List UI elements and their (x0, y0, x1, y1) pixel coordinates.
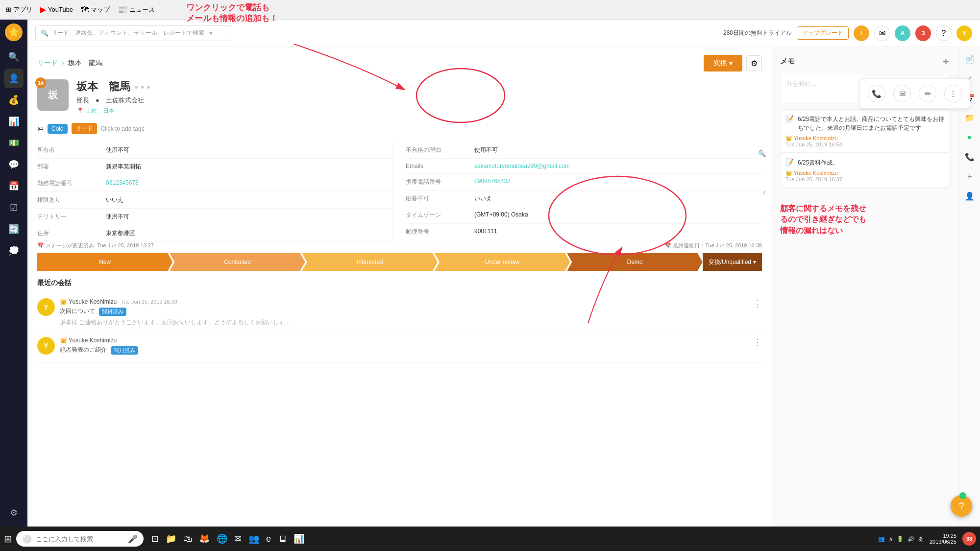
sidebar-item-money[interactable]: 💵 (4, 133, 24, 153)
field-value[interactable]: 09098765432 (474, 178, 762, 186)
search-fields-icon[interactable]: 🔍 (758, 150, 766, 157)
stage-item-contacted[interactable]: Contacted (170, 253, 305, 271)
annotation2-line1: 顧客に関するメモを残せ (780, 203, 951, 214)
stage-item-demo[interactable]: Demo (567, 253, 702, 271)
info-row: 勤務電話番号0312345678 (37, 175, 393, 192)
main-content: リード › 坂本 龍馬 変換 ▾ ⚙ 📞 ✉ (27, 47, 772, 527)
news-button[interactable]: 📰 ニュース (118, 5, 155, 14)
youtube-button[interactable]: ▶ YouTube (40, 5, 73, 14)
profile-avatar: 14 坂 (37, 79, 69, 111)
sidebar-item-contacts[interactable]: 👤 (4, 69, 24, 88)
explorer-icon[interactable]: 📁 (164, 531, 178, 546)
tag-cold[interactable]: Cold (48, 124, 68, 134)
profile-location: 📍 土佐、日本 (76, 107, 762, 115)
ie-icon[interactable]: 🖥 (276, 532, 289, 546)
conversation-list: Y 👑 Yusuke Koshimizu Tue Jun 25, 2019 16… (37, 293, 762, 362)
user-avatar-a[interactable]: A (895, 25, 910, 41)
memo-add-button[interactable]: ＋ (941, 55, 951, 68)
breadcrumb-lead[interactable]: リード (37, 59, 58, 68)
stage-item-new[interactable]: New (37, 253, 172, 271)
firefox-icon[interactable]: 🦊 (197, 531, 212, 546)
sidebar-item-chat[interactable]: 💭 (4, 241, 24, 261)
breadcrumb-current: 坂本 龍馬 (68, 59, 102, 68)
taskview-icon[interactable]: ⊡ (149, 531, 161, 546)
rs-icon-phone[interactable]: 📞 (962, 149, 978, 165)
crm-header: 🔍 リード、連絡先、アカウント、ディール、レポートで検索 ▾ 280日間の無料ト… (27, 20, 980, 47)
conversation-content: 👑 Yusuke Koshimizu 記者発表のご紹介 関封済み (60, 337, 748, 357)
apps-button[interactable]: ⊞ アプリ (6, 5, 32, 14)
profile-settings-button[interactable]: ⚙ (746, 55, 762, 71)
memo-author: 👑 Yusuke Koshimizu (785, 135, 945, 142)
store-icon[interactable]: 🛍 (181, 532, 194, 546)
windows-search-bar[interactable]: ⚪ 🎤 (16, 531, 144, 547)
maps-button[interactable]: 🗺 マップ (81, 5, 110, 14)
sidebar-item-tasks[interactable]: ☑ (4, 198, 24, 217)
maps-icon: 🗺 (81, 5, 89, 14)
stage-item-label: New (99, 259, 111, 265)
sidebar-item-calendar[interactable]: 📅 (4, 176, 24, 196)
sidebar-item-messages[interactable]: 💬 (4, 155, 24, 174)
sidebar-item-search[interactable]: 🔍 (4, 47, 24, 67)
volume-icon[interactable]: 🔊 (907, 536, 914, 542)
conversations-section: 最近の会話 Y 👑 Yusuke Koshimizu Tue Jun 25, 2… (37, 279, 762, 362)
sidebar-logo[interactable]: ⭐ (5, 24, 23, 41)
notification-count[interactable]: 38 (962, 532, 976, 546)
collapse-panel-button[interactable]: ‹ (763, 187, 766, 197)
add-button[interactable]: ＋ (854, 25, 869, 41)
teams-icon[interactable]: 👥 (246, 531, 261, 546)
annotation2-line2: るので引き継ぎなどでも (780, 214, 951, 225)
windows-search-input[interactable] (36, 535, 124, 543)
memo-item-header: 📝 6/25電話で本人とお話。商品についてとても興味をお持ちでした。来週の月曜日… (785, 115, 945, 132)
powerpoint-icon[interactable]: 📊 (292, 531, 306, 546)
conversation-subject: 次回について (60, 307, 95, 315)
sidebar-item-deals[interactable]: 💰 (4, 90, 24, 110)
arrow-icon[interactable]: ∧ (889, 536, 893, 542)
field-label: 勤務電話番号 (37, 179, 106, 188)
stage-item-under-review[interactable]: Under review (435, 253, 570, 271)
news-label: ニュース (129, 5, 155, 14)
add-tag-button[interactable]: Click to add tags (101, 125, 145, 132)
field-label: 不合格の理由 (406, 146, 474, 154)
sidebar-item-settings[interactable]: ⚙ (4, 503, 24, 523)
tags-row: 🏷 Cold リード Click to add tags (37, 123, 762, 134)
youtube-label: YouTube (48, 6, 73, 13)
conversation-item[interactable]: Y 👑 Yusuke Koshimizu Tue Jun 25, 2019 16… (37, 293, 762, 332)
stage-item-label: Demo (627, 259, 642, 265)
sidebar-item-refresh[interactable]: 🔄 (4, 219, 24, 239)
conversation-more-button[interactable]: ⋮ (753, 337, 762, 348)
field-value: (GMT+09:00) Osaka (474, 211, 762, 219)
help-button[interactable]: ? (936, 25, 952, 41)
field-value[interactable]: sakamotoryomatosa999@gmail.com (474, 163, 762, 169)
memo-panel: メモ ＋ 力を開始... 📝 6/25電話で本人とお話。商品についてとても興味を… (772, 47, 958, 527)
contact-icon: 📅 (664, 242, 671, 248)
conversation-more-button[interactable]: ⋮ (753, 298, 762, 309)
search-dropdown-icon[interactable]: ▾ (209, 29, 213, 37)
notification-button[interactable]: 3 (915, 25, 931, 41)
rs-icon-user[interactable]: 👤 (962, 188, 978, 204)
rs-icon-activity[interactable]: ● (962, 129, 978, 145)
stage-item-interested[interactable]: Interested (302, 253, 438, 271)
rs-icon-file[interactable]: 📁 (962, 110, 978, 125)
microphone-icon[interactable]: 🎤 (128, 534, 138, 544)
search-bar[interactable]: 🔍 リード、連絡先、アカウント、ディール、レポートで検索 ▾ (35, 25, 231, 41)
tag-icon: 🏷 (37, 125, 44, 132)
rs-icon-doc[interactable]: 📄 (962, 51, 978, 67)
chrome-icon[interactable]: 🌐 (215, 531, 229, 546)
user-avatar-y[interactable]: Y (956, 25, 972, 41)
field-value[interactable]: 0312345678 (106, 179, 393, 188)
sidebar-item-chart[interactable]: 📊 (4, 112, 24, 131)
mail-icon[interactable]: ✉ (232, 531, 244, 546)
battery-icon: 🔋 (897, 536, 904, 542)
upgrade-button[interactable]: アップグレード (797, 26, 849, 40)
top-taskbar: ⊞ アプリ ▶ YouTube 🗺 マップ 📰 ニュース ワンクリックで電話も … (0, 0, 980, 20)
calendar-icon: 📅 (37, 242, 44, 248)
convert-button[interactable]: 変換 ▾ (704, 55, 742, 72)
stage-dropdown[interactable]: 変換/Unqualified▾ (703, 253, 762, 271)
tag-lead[interactable]: リード (72, 123, 97, 134)
rs-icon-plus[interactable]: ＋ (962, 168, 978, 184)
conversation-item[interactable]: Y 👑 Yusuke Koshimizu 記者発表のご紹介 関封済み ⋮ (37, 332, 762, 362)
mail-button[interactable]: ✉ (874, 25, 890, 41)
edge-icon[interactable]: e (264, 532, 273, 546)
windows-start-button[interactable]: ⊞ (4, 533, 12, 545)
field-label: 所有者 (37, 146, 106, 154)
